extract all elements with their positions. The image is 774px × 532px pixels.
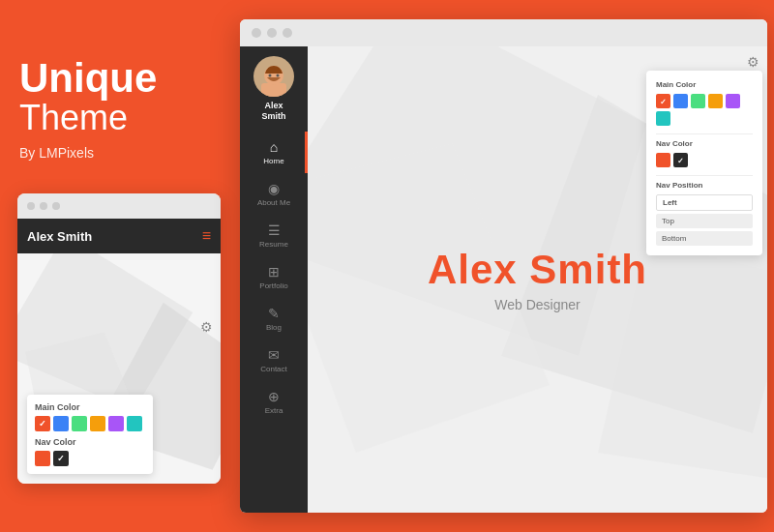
- dot-3: [52, 202, 60, 210]
- person-icon: ◉: [268, 181, 280, 196]
- grid-icon: ⊞: [268, 264, 280, 280]
- swatch-blue-desktop[interactable]: [673, 94, 688, 108]
- pencil-icon: ✎: [268, 306, 280, 321]
- desktop-hero-text: Alex Smith Web Designer: [428, 247, 647, 312]
- desktop-dot-3: [283, 28, 292, 38]
- desktop-sidebar: AlexSmith ⌂ Home ◉ About Me ☰ Resume ⊞ P…: [240, 46, 308, 513]
- sidebar-item-about[interactable]: ◉ About Me: [240, 173, 308, 215]
- mobile-top-bar: [17, 193, 221, 219]
- svg-point-5: [269, 74, 272, 77]
- desktop-dot-1: [252, 28, 261, 38]
- sidebar-item-extra[interactable]: ⊕ Extra: [240, 381, 308, 423]
- main-color-label-desktop: Main Color: [656, 80, 753, 89]
- sidebar-label-portfolio: Portfolio: [259, 281, 287, 290]
- swatch-orange-desktop[interactable]: [656, 94, 670, 108]
- sidebar-item-resume[interactable]: ☰ Resume: [240, 215, 308, 256]
- sidebar-name: AlexSmith: [261, 101, 285, 122]
- mobile-nav-bar: Alex Smith ≡: [17, 219, 221, 253]
- divider-2: [656, 175, 753, 176]
- divider-1: [656, 133, 753, 134]
- desktop-top-bar: [240, 19, 767, 46]
- desktop-dot-2: [267, 28, 277, 38]
- mobile-nav-title: Alex Smith: [27, 229, 92, 244]
- nav-pos-left[interactable]: Left: [656, 194, 753, 211]
- nav-swatch-dark-mobile[interactable]: [53, 451, 69, 466]
- settings-gear-desktop[interactable]: ⚙: [747, 54, 759, 70]
- desktop-body: AlexSmith ⌂ Home ◉ About Me ☰ Resume ⊞ P…: [240, 46, 767, 513]
- plus-icon: ⊕: [268, 389, 280, 404]
- sidebar-item-contact[interactable]: ✉ Contact: [240, 340, 308, 381]
- swatch-teal-mobile[interactable]: [127, 416, 142, 431]
- nav-pos-top[interactable]: Top: [656, 214, 753, 228]
- title-theme: Theme: [19, 99, 157, 137]
- sidebar-label-contact: Contact: [260, 365, 287, 373]
- left-panel: Unique Theme By LMPixels: [19, 58, 157, 161]
- nav-color-swatches-mobile: [35, 451, 145, 466]
- swatch-green-mobile[interactable]: [72, 416, 87, 431]
- dot-1: [27, 202, 35, 210]
- desktop-mockup: AlexSmith ⌂ Home ◉ About Me ☰ Resume ⊞ P…: [240, 19, 767, 513]
- sidebar-label-home: Home: [263, 157, 283, 165]
- swatch-blue-mobile[interactable]: [53, 416, 69, 431]
- nav-pos-label: Nav Position: [656, 181, 753, 190]
- by-line: By LMPixels: [19, 145, 157, 161]
- color-panel-desktop: Main Color Nav Color Nav Position: [646, 71, 762, 255]
- sidebar-label-about: About Me: [257, 198, 290, 207]
- sidebar-label-blog: Blog: [266, 323, 282, 332]
- sidebar-item-portfolio[interactable]: ⊞ Portfolio: [240, 256, 308, 298]
- avatar: [253, 56, 294, 97]
- sidebar-label-resume: Resume: [259, 240, 288, 249]
- nav-swatch-orange-mobile[interactable]: [35, 451, 50, 466]
- svg-point-6: [277, 74, 280, 77]
- color-panel-mobile: Main Color Nav Color: [27, 395, 153, 474]
- settings-gear-mobile[interactable]: ⚙: [200, 319, 213, 335]
- hamburger-icon[interactable]: ≡: [202, 227, 211, 245]
- home-icon: ⌂: [270, 139, 278, 155]
- swatch-teal-desktop[interactable]: [656, 111, 670, 126]
- nav-color-swatches-desktop: [656, 153, 753, 167]
- swatch-green-desktop[interactable]: [691, 94, 705, 108]
- swatch-orange-mobile[interactable]: [35, 416, 50, 431]
- mobile-content: ⚙ Main Color Nav Color Alex Sm Web Desig: [17, 253, 221, 484]
- main-color-swatches-desktop: [656, 94, 753, 126]
- sidebar-item-blog[interactable]: ✎ Blog: [240, 298, 308, 340]
- sidebar-item-home[interactable]: ⌂ Home: [240, 132, 308, 173]
- nav-color-label-mobile: Nav Color: [35, 437, 145, 447]
- nav-color-label-desktop: Nav Color: [656, 139, 753, 148]
- desktop-hero-sub: Web Designer: [428, 297, 647, 312]
- title-unique: Unique: [19, 58, 157, 99]
- nav-pos-bottom[interactable]: Bottom: [656, 231, 753, 246]
- swatch-purple-desktop[interactable]: [726, 94, 740, 108]
- main-color-swatches-mobile: [35, 416, 145, 431]
- swatch-purple-mobile[interactable]: [108, 416, 124, 431]
- desktop-main: Alex Smith Web Designer ⚙ Main Color Nav…: [308, 46, 767, 513]
- document-icon: ☰: [268, 222, 281, 238]
- dot-2: [40, 202, 47, 210]
- swatch-yellow-desktop[interactable]: [708, 94, 723, 108]
- mail-icon: ✉: [268, 347, 280, 363]
- swatch-yellow-mobile[interactable]: [90, 416, 105, 431]
- nav-swatch-orange-desktop[interactable]: [656, 153, 670, 167]
- main-color-label-mobile: Main Color: [35, 402, 145, 412]
- desktop-hero-name: Alex Smith: [428, 247, 647, 293]
- svg-rect-3: [261, 83, 286, 97]
- nav-position-buttons: Left Top Bottom: [656, 194, 753, 246]
- sidebar-label-extra: Extra: [265, 406, 283, 415]
- mobile-mockup: Alex Smith ≡ ⚙ Main Color Nav Color: [17, 193, 221, 484]
- nav-swatch-dark-desktop[interactable]: [673, 153, 688, 167]
